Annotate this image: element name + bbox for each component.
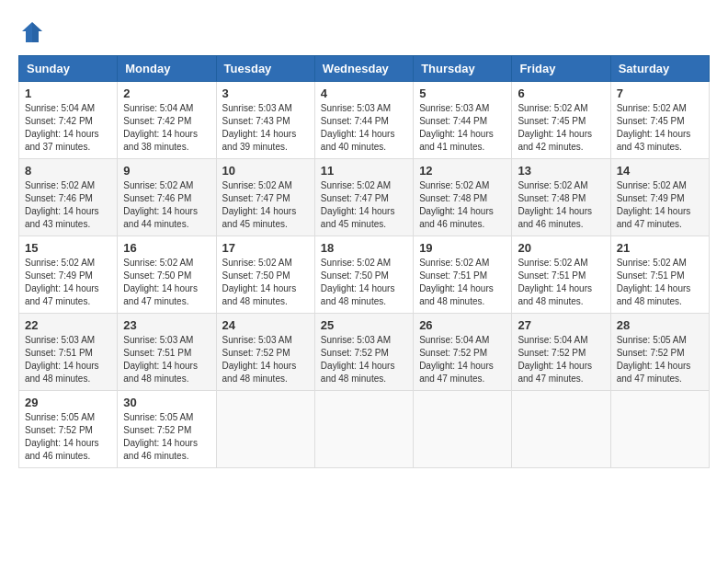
day-number: 15 bbox=[25, 241, 111, 255]
day-number: 27 bbox=[518, 318, 604, 332]
page-header bbox=[18, 18, 710, 46]
cell-details: Sunrise: 5:05 AM Sunset: 7:52 PM Dayligh… bbox=[123, 411, 210, 463]
day-number: 8 bbox=[25, 164, 111, 178]
calendar-cell: 7 Sunrise: 5:02 AM Sunset: 7:45 PM Dayli… bbox=[610, 82, 709, 159]
cell-details: Sunrise: 5:02 AM Sunset: 7:49 PM Dayligh… bbox=[25, 257, 111, 308]
day-number: 9 bbox=[123, 164, 210, 178]
calendar-cell bbox=[414, 391, 512, 468]
calendar-cell: 2 Sunrise: 5:04 AM Sunset: 7:42 PM Dayli… bbox=[118, 82, 216, 159]
cell-details: Sunrise: 5:05 AM Sunset: 7:52 PM Dayligh… bbox=[25, 411, 111, 463]
calendar-cell: 23 Sunrise: 5:03 AM Sunset: 7:51 PM Dayl… bbox=[118, 314, 216, 391]
cell-details: Sunrise: 5:03 AM Sunset: 7:51 PM Dayligh… bbox=[25, 334, 111, 385]
cell-details: Sunrise: 5:02 AM Sunset: 7:48 PM Dayligh… bbox=[419, 179, 506, 231]
day-number: 7 bbox=[617, 86, 703, 100]
cell-details: Sunrise: 5:02 AM Sunset: 7:50 PM Dayligh… bbox=[222, 257, 309, 308]
calendar-cell: 11 Sunrise: 5:02 AM Sunset: 7:47 PM Dayl… bbox=[314, 159, 413, 236]
cell-details: Sunrise: 5:02 AM Sunset: 7:51 PM Dayligh… bbox=[518, 257, 604, 308]
calendar-cell bbox=[216, 391, 314, 468]
calendar-day-header: Thursday bbox=[414, 56, 512, 82]
calendar-cell: 13 Sunrise: 5:02 AM Sunset: 7:48 PM Dayl… bbox=[512, 159, 610, 236]
day-number: 17 bbox=[222, 241, 309, 255]
calendar-cell: 22 Sunrise: 5:03 AM Sunset: 7:51 PM Dayl… bbox=[19, 314, 118, 391]
cell-details: Sunrise: 5:02 AM Sunset: 7:45 PM Dayligh… bbox=[518, 102, 604, 154]
cell-details: Sunrise: 5:02 AM Sunset: 7:47 PM Dayligh… bbox=[222, 179, 309, 231]
calendar-cell: 24 Sunrise: 5:03 AM Sunset: 7:52 PM Dayl… bbox=[216, 314, 314, 391]
calendar-cell: 15 Sunrise: 5:02 AM Sunset: 7:49 PM Dayl… bbox=[19, 236, 118, 314]
calendar-day-header: Friday bbox=[512, 56, 610, 82]
cell-details: Sunrise: 5:02 AM Sunset: 7:46 PM Dayligh… bbox=[123, 179, 210, 231]
cell-details: Sunrise: 5:02 AM Sunset: 7:51 PM Dayligh… bbox=[419, 257, 506, 308]
calendar-cell: 26 Sunrise: 5:04 AM Sunset: 7:52 PM Dayl… bbox=[414, 314, 512, 391]
cell-details: Sunrise: 5:03 AM Sunset: 7:52 PM Dayligh… bbox=[321, 334, 407, 385]
day-number: 1 bbox=[25, 86, 111, 100]
cell-details: Sunrise: 5:04 AM Sunset: 7:52 PM Dayligh… bbox=[419, 334, 506, 385]
calendar-day-header: Sunday bbox=[19, 56, 118, 82]
cell-details: Sunrise: 5:03 AM Sunset: 7:52 PM Dayligh… bbox=[222, 334, 309, 385]
calendar-day-header: Wednesday bbox=[314, 56, 413, 82]
day-number: 23 bbox=[123, 318, 210, 332]
calendar-cell: 20 Sunrise: 5:02 AM Sunset: 7:51 PM Dayl… bbox=[512, 236, 610, 314]
day-number: 13 bbox=[518, 164, 604, 178]
calendar-day-header: Monday bbox=[118, 56, 216, 82]
calendar-day-header: Tuesday bbox=[216, 56, 314, 82]
day-number: 26 bbox=[419, 318, 506, 332]
day-number: 5 bbox=[419, 86, 506, 100]
calendar-table: SundayMondayTuesdayWednesdayThursdayFrid… bbox=[18, 55, 710, 468]
cell-details: Sunrise: 5:04 AM Sunset: 7:42 PM Dayligh… bbox=[25, 102, 111, 154]
day-number: 6 bbox=[518, 86, 604, 100]
day-number: 19 bbox=[419, 241, 506, 255]
cell-details: Sunrise: 5:02 AM Sunset: 7:49 PM Dayligh… bbox=[617, 179, 703, 231]
cell-details: Sunrise: 5:02 AM Sunset: 7:46 PM Dayligh… bbox=[25, 179, 111, 231]
day-number: 3 bbox=[222, 86, 309, 100]
calendar-cell: 4 Sunrise: 5:03 AM Sunset: 7:44 PM Dayli… bbox=[314, 82, 413, 159]
cell-details: Sunrise: 5:02 AM Sunset: 7:48 PM Dayligh… bbox=[518, 179, 604, 231]
calendar-cell: 3 Sunrise: 5:03 AM Sunset: 7:43 PM Dayli… bbox=[216, 82, 314, 159]
day-number: 25 bbox=[321, 318, 407, 332]
day-number: 10 bbox=[222, 164, 309, 178]
cell-details: Sunrise: 5:04 AM Sunset: 7:52 PM Dayligh… bbox=[518, 334, 604, 385]
calendar-cell: 28 Sunrise: 5:05 AM Sunset: 7:52 PM Dayl… bbox=[610, 314, 709, 391]
day-number: 30 bbox=[123, 396, 210, 409]
calendar-cell: 1 Sunrise: 5:04 AM Sunset: 7:42 PM Dayli… bbox=[19, 82, 118, 159]
cell-details: Sunrise: 5:04 AM Sunset: 7:42 PM Dayligh… bbox=[123, 102, 210, 154]
calendar-cell bbox=[610, 391, 709, 468]
day-number: 20 bbox=[518, 241, 604, 255]
calendar-cell: 14 Sunrise: 5:02 AM Sunset: 7:49 PM Dayl… bbox=[610, 159, 709, 236]
day-number: 18 bbox=[321, 241, 407, 255]
calendar-cell bbox=[512, 391, 610, 468]
day-number: 24 bbox=[222, 318, 309, 332]
cell-details: Sunrise: 5:02 AM Sunset: 7:47 PM Dayligh… bbox=[321, 179, 407, 231]
calendar-cell: 25 Sunrise: 5:03 AM Sunset: 7:52 PM Dayl… bbox=[314, 314, 413, 391]
day-number: 14 bbox=[617, 164, 703, 178]
calendar-cell: 21 Sunrise: 5:02 AM Sunset: 7:51 PM Dayl… bbox=[610, 236, 709, 314]
cell-details: Sunrise: 5:05 AM Sunset: 7:52 PM Dayligh… bbox=[617, 334, 703, 385]
cell-details: Sunrise: 5:03 AM Sunset: 7:44 PM Dayligh… bbox=[321, 102, 407, 154]
calendar-cell: 29 Sunrise: 5:05 AM Sunset: 7:52 PM Dayl… bbox=[19, 391, 118, 468]
calendar-cell: 6 Sunrise: 5:02 AM Sunset: 7:45 PM Dayli… bbox=[512, 82, 610, 159]
calendar-cell: 9 Sunrise: 5:02 AM Sunset: 7:46 PM Dayli… bbox=[118, 159, 216, 236]
calendar-cell: 10 Sunrise: 5:02 AM Sunset: 7:47 PM Dayl… bbox=[216, 159, 314, 236]
calendar-cell: 16 Sunrise: 5:02 AM Sunset: 7:50 PM Dayl… bbox=[118, 236, 216, 314]
calendar-day-header: Saturday bbox=[610, 56, 709, 82]
calendar-cell: 27 Sunrise: 5:04 AM Sunset: 7:52 PM Dayl… bbox=[512, 314, 610, 391]
day-number: 2 bbox=[123, 86, 210, 100]
cell-details: Sunrise: 5:03 AM Sunset: 7:43 PM Dayligh… bbox=[222, 102, 309, 154]
calendar-cell: 17 Sunrise: 5:02 AM Sunset: 7:50 PM Dayl… bbox=[216, 236, 314, 314]
svg-marker-1 bbox=[32, 22, 42, 42]
logo-icon bbox=[18, 18, 46, 46]
calendar-cell: 18 Sunrise: 5:02 AM Sunset: 7:50 PM Dayl… bbox=[314, 236, 413, 314]
day-number: 28 bbox=[617, 318, 703, 332]
calendar-cell bbox=[314, 391, 413, 468]
calendar-cell: 19 Sunrise: 5:02 AM Sunset: 7:51 PM Dayl… bbox=[414, 236, 512, 314]
calendar-cell: 5 Sunrise: 5:03 AM Sunset: 7:44 PM Dayli… bbox=[414, 82, 512, 159]
cell-details: Sunrise: 5:02 AM Sunset: 7:50 PM Dayligh… bbox=[321, 257, 407, 308]
cell-details: Sunrise: 5:02 AM Sunset: 7:50 PM Dayligh… bbox=[123, 257, 210, 308]
logo bbox=[18, 18, 50, 46]
cell-details: Sunrise: 5:03 AM Sunset: 7:51 PM Dayligh… bbox=[123, 334, 210, 385]
day-number: 11 bbox=[321, 164, 407, 178]
day-number: 22 bbox=[25, 318, 111, 332]
cell-details: Sunrise: 5:02 AM Sunset: 7:51 PM Dayligh… bbox=[617, 257, 703, 308]
cell-details: Sunrise: 5:02 AM Sunset: 7:45 PM Dayligh… bbox=[617, 102, 703, 154]
calendar-cell: 8 Sunrise: 5:02 AM Sunset: 7:46 PM Dayli… bbox=[19, 159, 118, 236]
day-number: 4 bbox=[321, 86, 407, 100]
